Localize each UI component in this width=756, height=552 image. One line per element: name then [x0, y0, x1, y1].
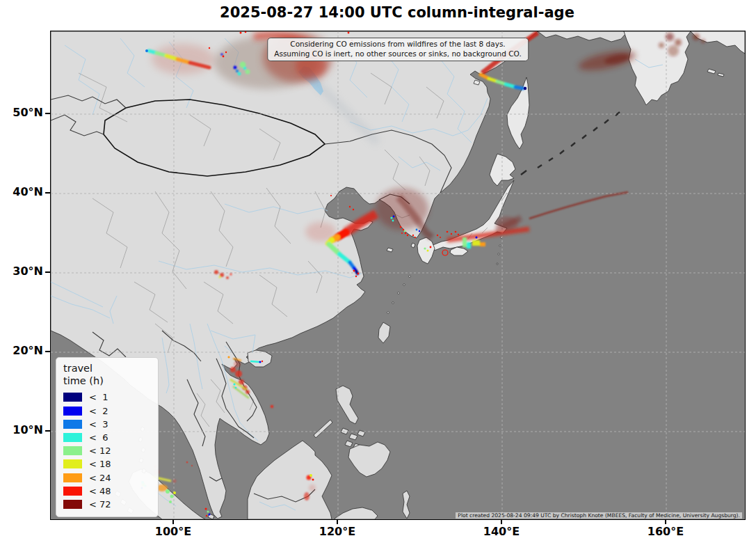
legend-label: < 1 — [89, 392, 108, 402]
legend-entry: < 6 — [63, 431, 151, 444]
lat-tick-mark — [45, 271, 50, 273]
map-plot-area: Considering CO emissions from wildfires … — [50, 31, 746, 520]
lon-tick-mark — [665, 519, 666, 524]
lat-tick-label: 20°N — [0, 344, 43, 357]
lon-tick-mark — [337, 519, 338, 524]
figure: 2025-08-27 14:00 UTC column-integral-age — [0, 0, 756, 552]
legend-entry: < 18 — [63, 457, 151, 471]
legend-title: travel time (h) — [63, 362, 151, 388]
lon-tick-label: 140°E — [470, 525, 533, 538]
legend-entry: < 48 — [63, 484, 151, 498]
legend-entry: < 12 — [63, 444, 151, 457]
legend-swatch — [63, 446, 82, 455]
legend-swatch — [63, 420, 82, 429]
legend: travel time (h) < 1< 2< 3< 6< 12< 18< 24… — [56, 357, 159, 517]
annotation-line-1: Considering CO emissions from wildfires … — [274, 40, 522, 49]
legend-label: < 72 — [89, 499, 111, 510]
legend-label: < 24 — [89, 473, 111, 483]
lat-tick-mark — [45, 192, 50, 194]
lat-tick-label: 40°N — [0, 185, 43, 198]
legend-label: < 6 — [89, 432, 108, 443]
lon-tick-label: 120°E — [306, 525, 369, 538]
annotation-box: Considering CO emissions from wildfires … — [267, 38, 529, 61]
legend-label: < 18 — [89, 459, 111, 469]
lon-tick-label: 160°E — [634, 525, 697, 538]
legend-label: < 12 — [89, 445, 111, 456]
legend-swatch — [63, 500, 82, 509]
legend-swatch — [63, 487, 82, 496]
legend-swatch — [63, 473, 82, 482]
lat-tick-label: 50°N — [0, 106, 43, 119]
legend-entry: < 2 — [63, 404, 151, 418]
legend-entry: < 72 — [63, 498, 151, 511]
lon-tick-mark — [172, 519, 174, 524]
page-title: 2025-08-27 14:00 UTC column-integral-age — [50, 4, 744, 21]
legend-swatch — [63, 393, 82, 402]
lon-tick-mark — [501, 519, 502, 524]
legend-rows: < 1< 2< 3< 6< 12< 18< 24< 48< 72 — [63, 391, 151, 511]
lat-tick-mark — [45, 351, 50, 352]
legend-label: < 2 — [89, 406, 108, 416]
legend-swatch — [63, 433, 82, 442]
legend-label: < 3 — [89, 419, 108, 429]
legend-label: < 48 — [89, 486, 111, 496]
legend-entry: < 3 — [63, 418, 151, 431]
lat-tick-label: 30°N — [0, 265, 43, 278]
legend-swatch — [63, 407, 82, 416]
attribution: Plot created 2025-08-24 09:49 UTC by Chr… — [456, 512, 742, 519]
legend-entry: < 1 — [63, 391, 151, 404]
lat-tick-mark — [45, 430, 50, 432]
lat-tick-label: 10°N — [0, 423, 43, 436]
legend-entry: < 24 — [63, 471, 151, 484]
legend-swatch — [63, 459, 82, 468]
lon-tick-label: 100°E — [142, 525, 204, 538]
annotation-line-2: Assuming CO is inert, no other sources o… — [274, 49, 522, 59]
lat-tick-mark — [45, 113, 50, 114]
